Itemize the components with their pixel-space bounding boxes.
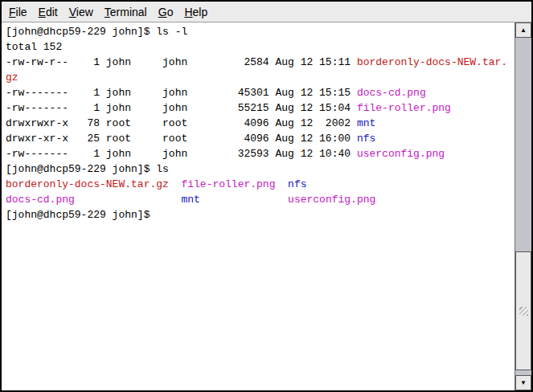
terminal-output[interactable]: [john@dhcp59-229 john]$ ls -ltotal 152-r…: [2, 22, 515, 390]
terminal-window: FileEditViewTerminalGoHelp [john@dhcp59-…: [0, 0, 533, 392]
terminal-line: docs-cd.png mnt userconfig.png: [6, 192, 515, 207]
menu-item-file[interactable]: File: [3, 3, 33, 21]
menu-item-help[interactable]: Help: [178, 3, 213, 21]
menu-item-terminal[interactable]: Terminal: [99, 3, 153, 21]
terminal-line: [john@dhcp59-229 john]$: [6, 207, 515, 223]
scroll-up-icon: ▲: [520, 27, 527, 34]
terminal-line: [john@dhcp59-229 john]$ ls -l: [6, 24, 515, 39]
scrollbar: ▲ ▼: [515, 22, 531, 390]
terminal-line: [john@dhcp59-229 john]$ ls: [6, 161, 515, 177]
scrollbar-grip-icon: [519, 307, 528, 316]
menu-item-view[interactable]: View: [64, 3, 99, 21]
scrollbar-trough[interactable]: [515, 38, 531, 375]
menu-bar: FileEditViewTerminalGoHelp: [2, 2, 531, 22]
terminal-line: -rw------- 1 john john 32593 Aug 12 10:4…: [6, 146, 515, 161]
window-content: [john@dhcp59-229 john]$ ls -ltotal 152-r…: [2, 22, 531, 390]
terminal-line: drwxrwxr-x 78 root root 4096 Aug 12 2002…: [6, 116, 515, 131]
terminal-line: -rw-rw-r-- 1 john john 2584 Aug 12 15:11…: [6, 55, 515, 70]
scroll-up-button[interactable]: ▲: [515, 22, 531, 38]
terminal-line: total 152: [6, 39, 515, 55]
scrollbar-thumb[interactable]: [515, 251, 531, 370]
terminal-line: gz: [6, 70, 515, 85]
terminal-line: borderonly-docs-NEW.tar.gz file-roller.p…: [6, 177, 515, 192]
terminal-line: drwxr-xr-x 25 root root 4096 Aug 12 16:0…: [6, 131, 515, 146]
menu-item-go[interactable]: Go: [153, 3, 179, 21]
menu-item-edit[interactable]: Edit: [33, 3, 64, 21]
terminal-line: -rw------- 1 john john 45301 Aug 12 15:1…: [6, 85, 515, 100]
terminal-line: -rw------- 1 john john 55215 Aug 12 15:0…: [6, 100, 515, 116]
scroll-down-icon: ▼: [520, 380, 527, 386]
scroll-down-button[interactable]: ▼: [515, 375, 531, 390]
